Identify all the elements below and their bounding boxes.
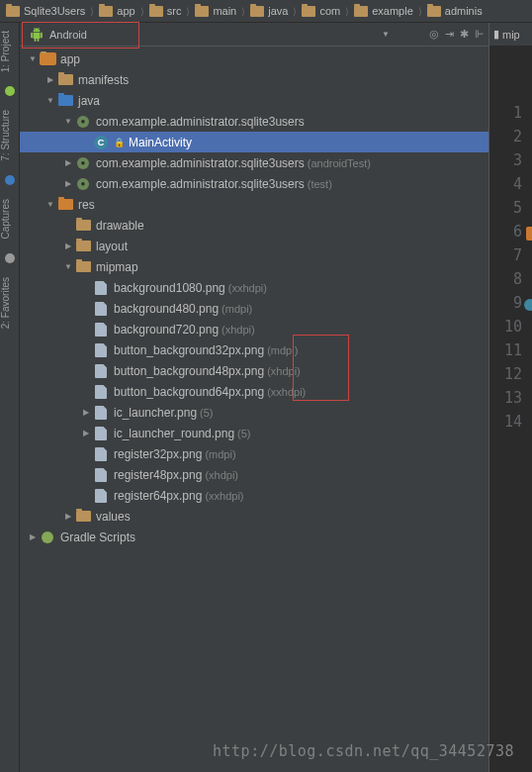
- expand-arrow-icon[interactable]: [26, 54, 40, 63]
- tree-item[interactable]: layout: [20, 236, 488, 256]
- line-number[interactable]: 5: [489, 199, 532, 223]
- tool-tab[interactable]: 1: Project: [0, 23, 11, 80]
- line-number[interactable]: 4: [489, 175, 532, 199]
- gear-icon[interactable]: ✱: [460, 28, 469, 41]
- tree-item[interactable]: java: [20, 90, 488, 111]
- tree-item-label: register32px.png: [114, 447, 202, 461]
- image-file-icon: [95, 447, 107, 461]
- tree-item-qualifier: (xhdpi): [267, 365, 301, 377]
- tree-item[interactable]: register48px.png(xhdpi): [20, 464, 488, 485]
- target-icon[interactable]: ◎: [429, 28, 439, 41]
- indicator-icon: [5, 175, 15, 185]
- expand-arrow-icon[interactable]: [61, 512, 75, 521]
- expand-arrow-icon[interactable]: [61, 158, 75, 167]
- tree-item-label: button_background64px.png: [114, 385, 264, 399]
- hide-icon[interactable]: ⊩: [475, 28, 485, 41]
- tool-tab[interactable]: 7: Structure: [0, 102, 11, 169]
- line-number[interactable]: 14: [489, 413, 532, 436]
- tree-item-label: button_background48px.png: [114, 364, 264, 378]
- tree-item-label: values: [96, 510, 131, 524]
- tree-item[interactable]: manifests: [20, 69, 488, 90]
- line-number[interactable]: 8: [489, 270, 532, 294]
- tree-item[interactable]: ●com.example.administrator.sqlite3users(…: [20, 152, 488, 173]
- editor-tab[interactable]: ▮ mip: [489, 23, 532, 47]
- tree-item[interactable]: ic_launcher_round.png(5): [20, 423, 488, 443]
- tree-item[interactable]: drawable: [20, 215, 488, 236]
- breadcrumb-item[interactable]: main: [191, 5, 240, 17]
- tree-item[interactable]: button_background32px.png(mdpi): [20, 339, 488, 360]
- line-number[interactable]: 10: [489, 318, 532, 341]
- line-number[interactable]: 13: [489, 389, 532, 413]
- image-file-icon: [95, 489, 107, 503]
- res-folder-icon: [58, 199, 73, 210]
- line-number[interactable]: 3: [489, 151, 532, 175]
- folder-icon: [427, 6, 441, 17]
- tree-item[interactable]: C🔒MainActivity: [20, 132, 488, 152]
- breadcrumb-item[interactable]: com: [298, 5, 344, 17]
- image-file-icon: [95, 343, 107, 357]
- expand-arrow-icon[interactable]: [79, 429, 93, 437]
- tree-item[interactable]: background1080.png(xxhdpi): [20, 277, 488, 298]
- tree-item[interactable]: background720.png(xhdpi): [20, 319, 488, 339]
- line-number[interactable]: 1: [489, 104, 532, 128]
- expand-arrow-icon[interactable]: [61, 241, 75, 250]
- tree-item[interactable]: background480.png(mdpi): [20, 298, 488, 319]
- project-view-label[interactable]: Android: [49, 29, 382, 41]
- tree-item-label: background720.png: [114, 323, 219, 337]
- line-number[interactable]: 6: [489, 223, 532, 246]
- tree-item-qualifier: (test): [308, 178, 332, 190]
- tree-item-qualifier: (mdpi): [222, 303, 252, 315]
- folder-icon: [76, 220, 91, 231]
- class-icon: C: [94, 136, 108, 149]
- tree-item[interactable]: ●com.example.administrator.sqlite3users: [20, 111, 488, 132]
- line-number[interactable]: 9: [489, 294, 532, 318]
- chevron-down-icon[interactable]: ▼: [382, 30, 390, 39]
- tree-item[interactable]: ic_launcher.png(5): [20, 402, 488, 423]
- tree-item[interactable]: Gradle Scripts: [20, 527, 488, 547]
- collapse-icon[interactable]: ⇥: [445, 28, 454, 41]
- expand-arrow-icon[interactable]: [44, 75, 57, 84]
- tree-item[interactable]: button_background48px.png(xhdpi): [20, 360, 488, 381]
- tree-item-label: Gradle Scripts: [60, 531, 135, 544]
- file-icon: ▮: [493, 28, 499, 41]
- breadcrumb-item[interactable]: src: [145, 5, 186, 17]
- image-file-icon: [95, 302, 107, 316]
- tool-tab[interactable]: Captures: [0, 191, 11, 247]
- tree-item-label: com.example.administrator.sqlite3users: [96, 115, 305, 129]
- indicator-icon: [5, 253, 15, 263]
- tool-tab[interactable]: 2: Favorites: [0, 269, 11, 337]
- tree-item[interactable]: mipmap: [20, 256, 488, 277]
- breadcrumb-item[interactable]: app: [95, 5, 138, 17]
- tree-item[interactable]: register64px.png(xxhdpi): [20, 485, 488, 506]
- expand-arrow-icon[interactable]: [44, 200, 57, 209]
- line-number[interactable]: 7: [489, 246, 532, 270]
- tree-item[interactable]: button_background64px.png(xxhdpi): [20, 381, 488, 402]
- breadcrumb-item[interactable]: adminis: [423, 5, 487, 17]
- expand-arrow-icon[interactable]: [44, 96, 57, 105]
- tree-item[interactable]: app: [20, 48, 488, 69]
- tool-window-bar: 1: Project7: StructureCaptures2: Favorit…: [0, 23, 20, 772]
- expand-arrow-icon[interactable]: [26, 532, 40, 541]
- expand-arrow-icon[interactable]: [61, 262, 75, 271]
- tree-item[interactable]: res: [20, 194, 488, 215]
- tree-item-label: drawable: [96, 219, 144, 233]
- project-tree[interactable]: appmanifestsjava●com.example.administrat…: [20, 47, 488, 772]
- line-number[interactable]: 12: [489, 365, 532, 389]
- tree-item[interactable]: values: [20, 506, 488, 527]
- expand-arrow-icon[interactable]: [79, 408, 93, 417]
- breadcrumb-item[interactable]: example: [350, 5, 417, 17]
- package-icon: ●: [77, 178, 89, 190]
- expand-arrow-icon[interactable]: [61, 117, 75, 126]
- tree-item[interactable]: register32px.png(mdpi): [20, 443, 488, 464]
- breadcrumb-item[interactable]: java: [246, 5, 292, 17]
- tree-item-qualifier: (xxhdpi): [228, 282, 267, 294]
- breadcrumb-item[interactable]: Sqlite3Users: [2, 5, 89, 17]
- tree-item-label: button_background32px.png: [114, 343, 264, 357]
- line-number[interactable]: 2: [489, 128, 532, 151]
- line-number[interactable]: 11: [489, 341, 532, 365]
- expand-arrow-icon[interactable]: [61, 179, 75, 188]
- tree-item-label: background1080.png: [114, 281, 225, 295]
- tree-item[interactable]: ●com.example.administrator.sqlite3users(…: [20, 173, 488, 194]
- package-icon: ●: [77, 157, 89, 169]
- folder-icon: [76, 241, 91, 251]
